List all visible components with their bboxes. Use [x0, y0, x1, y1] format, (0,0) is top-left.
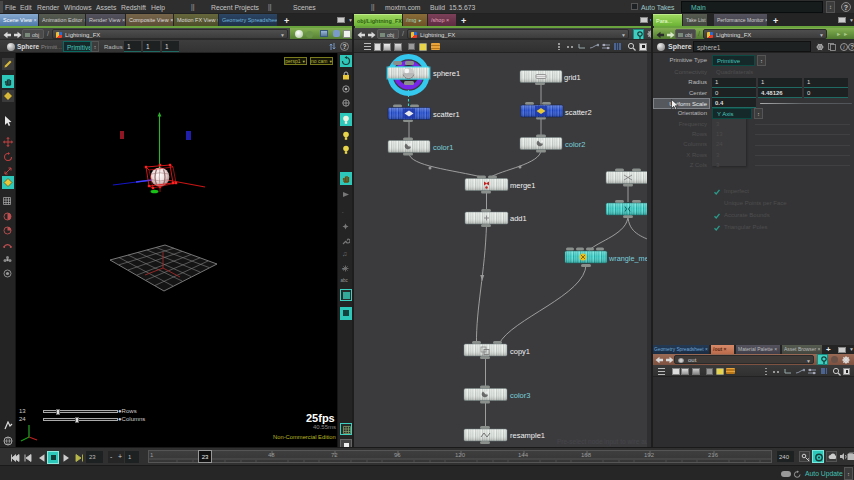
- svg-text:96: 96: [394, 452, 401, 458]
- svg-text:72: 72: [331, 452, 338, 458]
- svg-text:scatter2: scatter2: [565, 108, 592, 117]
- svg-text:copy1: copy1: [510, 347, 530, 356]
- svg-text:color2: color2: [565, 140, 585, 149]
- svg-text:192: 192: [644, 452, 655, 458]
- svg-text:1: 1: [150, 452, 154, 458]
- svg-text:color3: color3: [510, 391, 530, 400]
- svg-text:scatter1: scatter1: [433, 110, 460, 119]
- svg-text:120: 120: [455, 452, 466, 458]
- svg-text:color1: color1: [433, 143, 453, 152]
- svg-text:merge1: merge1: [510, 181, 535, 190]
- svg-text:168: 168: [581, 452, 592, 458]
- svg-text:Pre-select node input to wire: Pre-select node input to wire automatica…: [557, 438, 652, 446]
- svg-text:resample1: resample1: [510, 431, 545, 440]
- svg-text:add1: add1: [510, 214, 527, 223]
- svg-text:48: 48: [268, 452, 275, 458]
- svg-text:216: 216: [708, 452, 719, 458]
- svg-text:144: 144: [518, 452, 529, 458]
- svg-text:sphere1: sphere1: [433, 69, 460, 78]
- svg-text:grid1: grid1: [564, 73, 581, 82]
- svg-text:wrangle_me: wrangle_me: [608, 254, 649, 263]
